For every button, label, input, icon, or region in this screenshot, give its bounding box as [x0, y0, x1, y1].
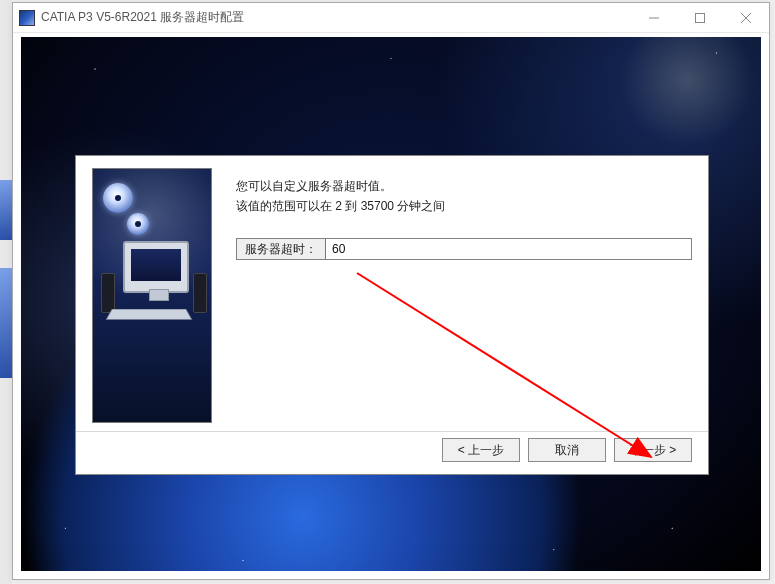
cancel-button[interactable]: 取消	[528, 438, 606, 462]
app-icon	[19, 10, 35, 26]
button-divider	[76, 431, 708, 432]
app-window: CATIA P3 V5-6R2021 服务器超时配置	[12, 2, 770, 580]
back-button[interactable]: < 上一步	[442, 438, 520, 462]
bg-fragment	[0, 268, 12, 378]
timeout-label: 服务器超时：	[237, 239, 326, 259]
speaker-icon	[193, 273, 207, 313]
description-line-1: 您可以自定义服务器超时值。	[236, 176, 692, 196]
svg-rect-0	[696, 13, 705, 22]
minimize-button[interactable]	[631, 3, 677, 32]
wizard-dialog: 您可以自定义服务器超时值。 该值的范围可以在 2 到 35700 分钟之间 服务…	[75, 155, 709, 475]
wizard-content: 您可以自定义服务器超时值。 该值的范围可以在 2 到 35700 分钟之间 服务…	[236, 176, 692, 426]
next-button[interactable]: 下一步 >	[614, 438, 692, 462]
wizard-button-row: < 上一步 取消 下一步 >	[442, 438, 692, 462]
title-bar[interactable]: CATIA P3 V5-6R2021 服务器超时配置	[13, 3, 769, 33]
timeout-input[interactable]	[326, 239, 489, 259]
desktop-left-edge	[0, 0, 12, 584]
window-controls	[631, 3, 769, 32]
speaker-icon	[101, 273, 115, 313]
cd-icon	[103, 183, 133, 213]
monitor-icon	[123, 241, 189, 293]
keyboard-icon	[106, 309, 192, 320]
description-line-2: 该值的范围可以在 2 到 35700 分钟之间	[236, 196, 692, 216]
cd-icon	[127, 213, 149, 235]
maximize-button[interactable]	[677, 3, 723, 32]
client-background: 您可以自定义服务器超时值。 该值的范围可以在 2 到 35700 分钟之间 服务…	[21, 37, 761, 571]
close-button[interactable]	[723, 3, 769, 32]
wizard-side-image	[92, 168, 212, 423]
bg-fragment	[0, 180, 12, 240]
timeout-field-row: 服务器超时：	[236, 238, 692, 260]
window-title: CATIA P3 V5-6R2021 服务器超时配置	[41, 9, 244, 26]
